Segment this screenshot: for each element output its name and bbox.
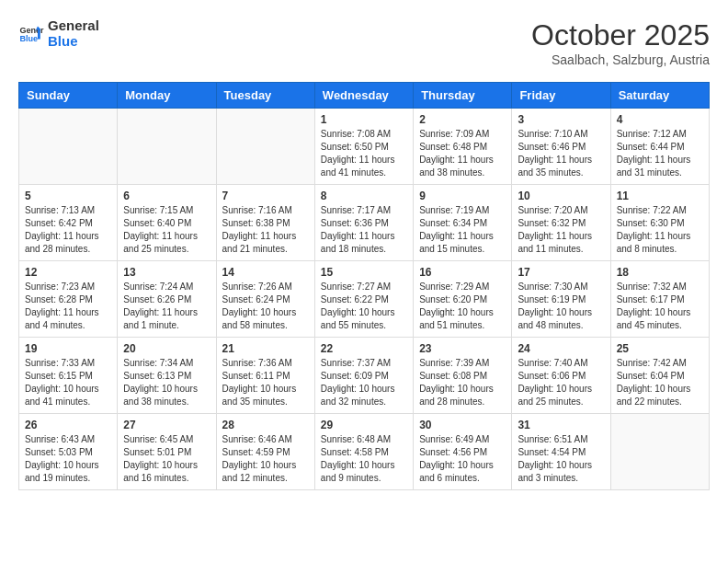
day-number: 23	[419, 342, 506, 355]
day-cell: 11Sunrise: 7:22 AM Sunset: 6:30 PM Dayli…	[610, 185, 709, 261]
day-number: 26	[25, 419, 111, 431]
day-number: 27	[123, 419, 210, 431]
day-cell	[19, 109, 118, 185]
day-cell: 2Sunrise: 7:09 AM Sunset: 6:48 PM Daylig…	[414, 109, 512, 185]
day-content: Sunrise: 7:30 AM Sunset: 6:19 PM Dayligh…	[518, 281, 604, 332]
day-content: Sunrise: 6:51 AM Sunset: 4:54 PM Dayligh…	[518, 433, 604, 485]
week-row-0: 1Sunrise: 7:08 AM Sunset: 6:50 PM Daylig…	[19, 109, 710, 185]
day-content: Sunrise: 7:13 AM Sunset: 6:42 PM Dayligh…	[25, 204, 111, 256]
day-content: Sunrise: 7:32 AM Sunset: 6:17 PM Dayligh…	[617, 281, 703, 332]
day-content: Sunrise: 7:08 AM Sunset: 6:50 PM Dayligh…	[321, 128, 407, 179]
day-number: 5	[25, 190, 111, 202]
day-cell: 3Sunrise: 7:10 AM Sunset: 6:46 PM Daylig…	[512, 109, 610, 185]
col-header-thursday: Thursday	[414, 83, 512, 109]
col-header-friday: Friday	[512, 83, 610, 109]
week-row-1: 5Sunrise: 7:13 AM Sunset: 6:42 PM Daylig…	[19, 185, 710, 261]
day-content: Sunrise: 7:24 AM Sunset: 6:26 PM Dayligh…	[123, 281, 210, 332]
day-content: Sunrise: 7:10 AM Sunset: 6:46 PM Dayligh…	[518, 128, 604, 179]
day-cell: 26Sunrise: 6:43 AM Sunset: 5:03 PM Dayli…	[19, 414, 118, 490]
logo-general: General	[48, 18, 99, 34]
day-number: 20	[123, 342, 210, 355]
day-cell: 7Sunrise: 7:16 AM Sunset: 6:38 PM Daylig…	[216, 185, 314, 261]
day-cell: 10Sunrise: 7:20 AM Sunset: 6:32 PM Dayli…	[512, 185, 610, 261]
day-number: 7	[222, 190, 309, 202]
day-cell: 20Sunrise: 7:34 AM Sunset: 6:13 PM Dayli…	[118, 338, 216, 414]
day-cell: 8Sunrise: 7:17 AM Sunset: 6:36 PM Daylig…	[314, 185, 413, 261]
day-cell: 1Sunrise: 7:08 AM Sunset: 6:50 PM Daylig…	[314, 109, 413, 185]
day-cell: 18Sunrise: 7:32 AM Sunset: 6:17 PM Dayli…	[610, 261, 709, 338]
col-header-wednesday: Wednesday	[314, 83, 413, 109]
day-cell: 12Sunrise: 7:23 AM Sunset: 6:28 PM Dayli…	[19, 261, 118, 338]
day-number: 31	[518, 419, 604, 431]
col-header-saturday: Saturday	[610, 83, 709, 109]
day-content: Sunrise: 7:12 AM Sunset: 6:44 PM Dayligh…	[617, 128, 703, 179]
day-content: Sunrise: 7:33 AM Sunset: 6:15 PM Dayligh…	[25, 357, 111, 408]
day-number: 6	[123, 190, 210, 202]
week-row-2: 12Sunrise: 7:23 AM Sunset: 6:28 PM Dayli…	[19, 261, 710, 338]
day-cell: 23Sunrise: 7:39 AM Sunset: 6:08 PM Dayli…	[414, 338, 512, 414]
day-content: Sunrise: 7:19 AM Sunset: 6:34 PM Dayligh…	[419, 204, 506, 256]
day-content: Sunrise: 7:20 AM Sunset: 6:32 PM Dayligh…	[518, 204, 604, 256]
day-cell: 24Sunrise: 7:40 AM Sunset: 6:06 PM Dayli…	[512, 338, 610, 414]
day-cell: 4Sunrise: 7:12 AM Sunset: 6:44 PM Daylig…	[610, 109, 709, 185]
day-cell: 17Sunrise: 7:30 AM Sunset: 6:19 PM Dayli…	[512, 261, 610, 338]
day-number: 12	[25, 266, 111, 279]
day-content: Sunrise: 7:34 AM Sunset: 6:13 PM Dayligh…	[123, 357, 210, 408]
day-number: 14	[222, 266, 309, 279]
day-cell: 25Sunrise: 7:42 AM Sunset: 6:04 PM Dayli…	[610, 338, 709, 414]
day-number: 19	[25, 342, 111, 355]
day-cell: 14Sunrise: 7:26 AM Sunset: 6:24 PM Dayli…	[216, 261, 314, 338]
title-block: October 2025 Saalbach, Salzburg, Austria	[531, 18, 710, 67]
day-cell: 19Sunrise: 7:33 AM Sunset: 6:15 PM Dayli…	[19, 338, 118, 414]
day-content: Sunrise: 7:27 AM Sunset: 6:22 PM Dayligh…	[321, 281, 407, 332]
day-cell: 9Sunrise: 7:19 AM Sunset: 6:34 PM Daylig…	[414, 185, 512, 261]
day-number: 9	[419, 190, 506, 202]
day-content: Sunrise: 7:29 AM Sunset: 6:20 PM Dayligh…	[419, 281, 506, 332]
day-number: 28	[222, 419, 309, 431]
month-title: October 2025	[531, 18, 710, 52]
day-content: Sunrise: 7:42 AM Sunset: 6:04 PM Dayligh…	[617, 357, 703, 408]
day-cell	[216, 109, 314, 185]
day-number: 11	[617, 190, 703, 202]
day-content: Sunrise: 6:46 AM Sunset: 4:59 PM Dayligh…	[222, 433, 309, 485]
day-number: 15	[321, 266, 407, 279]
day-content: Sunrise: 6:48 AM Sunset: 4:58 PM Dayligh…	[321, 433, 407, 485]
day-content: Sunrise: 6:49 AM Sunset: 4:56 PM Dayligh…	[419, 433, 506, 485]
day-number: 22	[321, 342, 407, 355]
day-content: Sunrise: 7:26 AM Sunset: 6:24 PM Dayligh…	[222, 281, 309, 332]
day-content: Sunrise: 6:45 AM Sunset: 5:01 PM Dayligh…	[123, 433, 210, 485]
day-content: Sunrise: 7:39 AM Sunset: 6:08 PM Dayligh…	[419, 357, 506, 408]
logo-icon: General Blue	[18, 21, 44, 47]
day-cell: 5Sunrise: 7:13 AM Sunset: 6:42 PM Daylig…	[19, 185, 118, 261]
col-header-monday: Monday	[118, 83, 216, 109]
day-number: 29	[321, 419, 407, 431]
logo: General Blue General Blue	[18, 18, 99, 49]
day-cell: 21Sunrise: 7:36 AM Sunset: 6:11 PM Dayli…	[216, 338, 314, 414]
day-content: Sunrise: 7:09 AM Sunset: 6:48 PM Dayligh…	[419, 128, 506, 179]
day-number: 24	[518, 342, 604, 355]
day-cell: 16Sunrise: 7:29 AM Sunset: 6:20 PM Dayli…	[414, 261, 512, 338]
day-number: 13	[123, 266, 210, 279]
day-number: 30	[419, 419, 506, 431]
calendar-table: SundayMondayTuesdayWednesdayThursdayFrid…	[18, 82, 710, 490]
day-number: 16	[419, 266, 506, 279]
day-number: 1	[321, 113, 407, 126]
day-cell: 28Sunrise: 6:46 AM Sunset: 4:59 PM Dayli…	[216, 414, 314, 490]
day-content: Sunrise: 7:36 AM Sunset: 6:11 PM Dayligh…	[222, 357, 309, 408]
day-number: 18	[617, 266, 703, 279]
day-content: Sunrise: 7:16 AM Sunset: 6:38 PM Dayligh…	[222, 204, 309, 256]
week-row-3: 19Sunrise: 7:33 AM Sunset: 6:15 PM Dayli…	[19, 338, 710, 414]
day-content: Sunrise: 6:43 AM Sunset: 5:03 PM Dayligh…	[25, 433, 111, 485]
day-number: 25	[617, 342, 703, 355]
day-number: 8	[321, 190, 407, 202]
day-content: Sunrise: 7:15 AM Sunset: 6:40 PM Dayligh…	[123, 204, 210, 256]
day-cell: 30Sunrise: 6:49 AM Sunset: 4:56 PM Dayli…	[414, 414, 512, 490]
week-row-4: 26Sunrise: 6:43 AM Sunset: 5:03 PM Dayli…	[19, 414, 710, 490]
svg-text:General: General	[19, 25, 44, 34]
day-content: Sunrise: 7:37 AM Sunset: 6:09 PM Dayligh…	[321, 357, 407, 408]
page-header: General Blue General Blue October 2025 S…	[18, 18, 710, 67]
day-cell	[610, 414, 709, 490]
day-number: 2	[419, 113, 506, 126]
day-content: Sunrise: 7:40 AM Sunset: 6:06 PM Dayligh…	[518, 357, 604, 408]
day-cell: 27Sunrise: 6:45 AM Sunset: 5:01 PM Dayli…	[118, 414, 216, 490]
